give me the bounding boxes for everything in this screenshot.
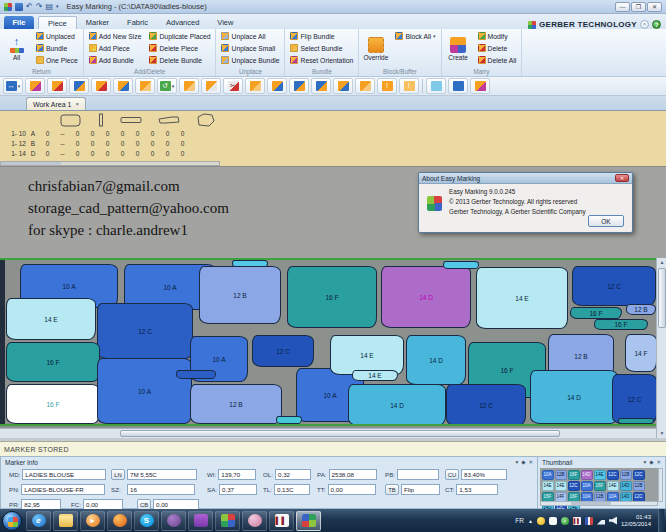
about-close-button[interactable]: ✕: [615, 174, 629, 182]
toolbar-warning-alt-button[interactable]: !: [399, 78, 419, 94]
maximize-button[interactable]: ❐: [631, 2, 646, 12]
marker-piece[interactable]: [443, 261, 479, 269]
ribbon-button-delete[interactable]: Delete: [476, 42, 519, 54]
thumbnail-piece[interactable]: 12C: [568, 481, 580, 491]
piece-count-cell[interactable]: --: [55, 130, 70, 137]
piece-count-cell[interactable]: 0: [40, 130, 55, 137]
ribbon-button-delete-piece[interactable]: Delete Piece: [147, 42, 212, 54]
piece-count-cell[interactable]: 0: [130, 130, 145, 137]
piece-count-cell[interactable]: 0: [70, 140, 85, 147]
size-field[interactable]: 16: [127, 484, 195, 495]
ol-field[interactable]: 0,32: [275, 469, 311, 480]
toolbar-slide-left-button[interactable]: [91, 78, 111, 94]
toolbar-place-piece-button[interactable]: [113, 78, 133, 94]
toolbar-grab-button[interactable]: [355, 78, 375, 94]
ribbon-button-flip-bundle[interactable]: Flip Bundle: [288, 30, 355, 42]
tab-advanced[interactable]: Advanced: [157, 16, 208, 29]
piece-count-cell[interactable]: 0: [115, 130, 130, 137]
language-indicator[interactable]: FR: [515, 517, 524, 524]
piece-count-cell[interactable]: 0: [85, 140, 100, 147]
sa-field[interactable]: 0,37: [219, 484, 257, 495]
piece-count-cell[interactable]: 0: [130, 150, 145, 157]
toolbar-align-floor-button[interactable]: [267, 78, 287, 94]
marker-piece-14-d[interactable]: 14 D: [381, 266, 471, 328]
thumbnail-piece[interactable]: 12B: [555, 470, 567, 480]
marker-piece-14-f[interactable]: 14 F: [625, 334, 657, 372]
chat-tray-icon[interactable]: [549, 517, 557, 525]
thumbnail-piece[interactable]: 12C: [633, 470, 645, 480]
ribbon-button-unplace-bundle[interactable]: Unplace Bundle: [219, 54, 281, 66]
save-icon[interactable]: [15, 3, 23, 11]
marker-piece-12-b[interactable]: 12 B: [199, 266, 281, 324]
clock[interactable]: 01:43 12/05/2014: [621, 514, 651, 528]
taskbar-em-button[interactable]: [296, 511, 321, 531]
thumbnail-piece[interactable]: 12C: [633, 492, 645, 502]
marker-piece[interactable]: [176, 370, 216, 379]
volume-icon[interactable]: [609, 517, 617, 525]
taskbar-ii-button[interactable]: ▌▌: [269, 511, 294, 531]
thumbnail-piece[interactable]: 14E: [555, 481, 567, 491]
toolbar-fit-width-button[interactable]: ↔▾: [3, 78, 23, 94]
taskbar-cad-button[interactable]: [215, 511, 240, 531]
toolbar-frame-button[interactable]: [201, 78, 221, 94]
ribbon-button-override[interactable]: Override: [362, 30, 389, 67]
action-center-icon[interactable]: [585, 517, 593, 525]
ribbon-button-one-piece[interactable]: One Piece: [34, 54, 80, 66]
piece-count-cell[interactable]: 0: [145, 130, 160, 137]
flip-field[interactable]: Flip: [401, 484, 440, 495]
about-ok-button[interactable]: OK: [588, 215, 624, 227]
ribbon-button-add-new-size[interactable]: Add New Size: [87, 30, 144, 42]
marker-canvas[interactable]: 10 A10 A12 B16 F14 D14 E12 C16 F12 B16 F…: [0, 258, 666, 438]
scroll-up-icon[interactable]: ▲: [657, 258, 666, 267]
redo-icon[interactable]: ↷: [36, 2, 43, 11]
marker-vertical-scrollbar[interactable]: ▲ ▼: [656, 258, 666, 438]
marker-piece-12-b[interactable]: 12 B: [190, 384, 282, 424]
thumbnail-scrollbar[interactable]: [540, 501, 658, 506]
piece-count-cell[interactable]: 0: [145, 140, 160, 147]
marker-horizontal-scrollbar[interactable]: [0, 428, 656, 438]
taskbar-explorer-button[interactable]: [53, 511, 78, 531]
smiley-tray-icon[interactable]: [537, 517, 545, 525]
toolbar-block-dark-button[interactable]: [448, 78, 468, 94]
taskbar-viber-button[interactable]: [161, 511, 186, 531]
thumbnail-piece[interactable]: 14E: [607, 481, 619, 491]
piece-count-cell[interactable]: 0: [100, 140, 115, 147]
piece-count-cell[interactable]: 0: [145, 150, 160, 157]
ribbon-button-add-piece[interactable]: Add Piece: [87, 42, 144, 54]
thumbnail-piece[interactable]: 10A: [607, 492, 619, 502]
work-area-tab[interactable]: Work Area 1 ×: [26, 97, 86, 110]
thumbnail-piece[interactable]: 16F: [568, 470, 580, 480]
thumbnail-piece[interactable]: 12B: [594, 492, 606, 502]
piece-count-cell[interactable]: --: [55, 150, 70, 157]
piece-count-cell[interactable]: 0: [85, 150, 100, 157]
taskbar-msg-button[interactable]: [188, 511, 213, 531]
model-field[interactable]: LADIES BLOUSE: [22, 469, 106, 480]
undo-icon[interactable]: ↶: [26, 2, 33, 11]
ribbon-button-add-bundle[interactable]: Add Bundle: [87, 54, 144, 66]
piece-count-cell[interactable]: 0: [175, 140, 190, 147]
ribbon-button-delete-bundle[interactable]: Delete Bundle: [147, 54, 212, 66]
toolbar-piece-menu-button[interactable]: [25, 78, 45, 94]
marker-piece-14-d[interactable]: 14 D: [406, 335, 466, 385]
thumbnail-piece[interactable]: 14D: [620, 481, 632, 491]
marker-piece[interactable]: [232, 260, 268, 267]
ribbon-button-duplicate-placed[interactable]: Duplicate Placed: [147, 30, 212, 42]
app-tray-icon[interactable]: ▌▌: [573, 517, 581, 525]
thumbnail-piece[interactable]: 10A: [542, 470, 554, 480]
utilization-field[interactable]: 83,40%: [461, 469, 507, 480]
thumbnail-piece[interactable]: 14D: [620, 492, 632, 502]
marker-piece-14-e[interactable]: 14 E: [6, 298, 96, 340]
marker-piece-12-c[interactable]: 12 C: [572, 266, 656, 306]
thumbnail-piece[interactable]: 12B: [620, 470, 632, 480]
length-field[interactable]: 7M 5,55C: [127, 469, 197, 480]
tab-fabric[interactable]: Fabric: [118, 16, 157, 29]
pa-field[interactable]: 2538,08: [329, 469, 377, 480]
toolbar-select-box-button[interactable]: [333, 78, 353, 94]
ribbon-button-block-all[interactable]: Block All▾: [393, 30, 437, 42]
toolbar-block-light-button[interactable]: [426, 78, 446, 94]
ribbon-button-unplace-all[interactable]: Unplace All: [219, 30, 281, 42]
piece-count-cell[interactable]: 0: [160, 130, 175, 137]
pin-icon[interactable]: ◆: [521, 459, 525, 465]
collapse-ribbon-icon[interactable]: ^: [640, 20, 649, 29]
width-field[interactable]: 139,70: [218, 469, 256, 480]
